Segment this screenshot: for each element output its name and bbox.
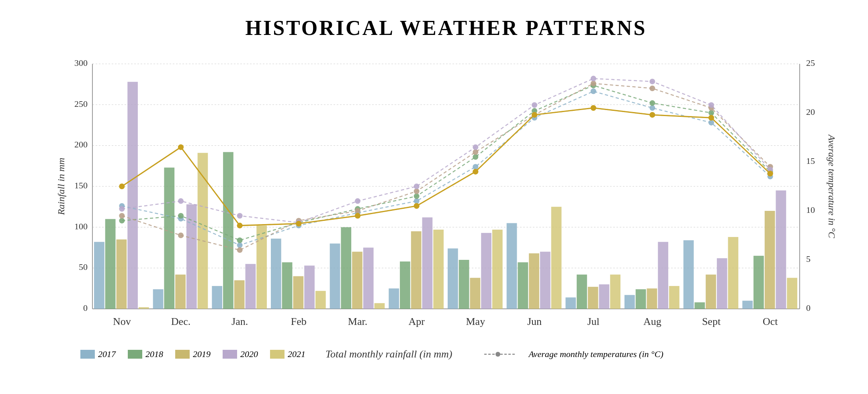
svg-rect-40 <box>246 264 256 309</box>
svg-point-167 <box>708 115 714 120</box>
chart-title: HISTORICAL WEATHER PATTERNS <box>48 16 844 40</box>
legend-separator: Total monthly rainfall (in mm) <box>326 348 452 360</box>
svg-text:200: 200 <box>74 139 88 149</box>
svg-rect-77 <box>610 275 620 309</box>
svg-rect-49 <box>330 243 340 309</box>
svg-rect-50 <box>341 227 351 309</box>
svg-point-110 <box>178 213 184 218</box>
svg-rect-27 <box>116 239 127 309</box>
svg-rect-94 <box>776 190 786 309</box>
svg-text:25: 25 <box>806 58 815 68</box>
svg-point-157 <box>119 184 125 189</box>
svg-text:0: 0 <box>83 303 88 313</box>
svg-rect-38 <box>223 152 233 309</box>
svg-text:Sept: Sept <box>702 316 721 327</box>
svg-point-115 <box>473 154 478 160</box>
svg-point-114 <box>414 193 420 199</box>
svg-text:5: 5 <box>806 254 811 264</box>
svg-rect-87 <box>706 275 716 309</box>
svg-point-137 <box>355 198 360 204</box>
svg-point-105 <box>591 88 596 94</box>
svg-rect-95 <box>787 278 797 309</box>
svg-point-106 <box>649 105 655 111</box>
svg-rect-52 <box>363 248 374 309</box>
svg-text:100: 100 <box>74 221 88 231</box>
svg-rect-80 <box>636 289 646 309</box>
svg-rect-45 <box>293 276 303 309</box>
svg-rect-58 <box>422 217 433 309</box>
svg-point-143 <box>708 102 714 108</box>
svg-rect-46 <box>304 265 315 309</box>
svg-point-103 <box>473 164 478 169</box>
svg-point-119 <box>708 110 714 116</box>
svg-rect-91 <box>742 301 753 309</box>
chart-area: 0501001502002503000510152025Rainfall in … <box>48 52 844 341</box>
chart-container: HISTORICAL WEATHER PATTERNS 050100150200… <box>0 0 868 394</box>
svg-point-141 <box>591 76 596 82</box>
svg-rect-59 <box>433 230 444 309</box>
svg-text:Jan.: Jan. <box>231 316 248 327</box>
svg-point-170 <box>495 352 500 357</box>
svg-rect-47 <box>315 291 326 309</box>
svg-text:10: 10 <box>806 205 815 215</box>
svg-text:Jul: Jul <box>587 316 599 327</box>
legend-box-2020 <box>223 350 237 359</box>
svg-rect-82 <box>658 242 668 309</box>
svg-rect-89 <box>728 237 739 309</box>
svg-point-164 <box>532 112 537 118</box>
svg-text:Dec.: Dec. <box>171 316 190 327</box>
svg-rect-76 <box>599 284 610 309</box>
svg-rect-73 <box>565 298 576 309</box>
legend-box-2021 <box>270 350 285 359</box>
legend-year-2018: 2018 <box>128 349 163 359</box>
svg-rect-29 <box>139 307 149 309</box>
svg-rect-63 <box>470 278 480 309</box>
svg-text:May: May <box>466 316 485 327</box>
svg-rect-85 <box>684 240 694 309</box>
svg-point-142 <box>649 79 655 84</box>
legend-year-label-2019: 2019 <box>193 349 211 359</box>
svg-rect-74 <box>577 275 587 309</box>
svg-rect-79 <box>624 295 635 309</box>
svg-text:150: 150 <box>74 180 88 190</box>
svg-rect-75 <box>588 287 598 309</box>
svg-point-121 <box>119 213 125 218</box>
svg-point-158 <box>178 144 184 150</box>
legend-box-2017 <box>80 350 95 359</box>
svg-point-118 <box>649 100 655 106</box>
svg-point-166 <box>649 112 655 118</box>
svg-point-127 <box>473 149 478 155</box>
legend-temp-label: Average monthly temperatures (in °C) <box>528 349 663 359</box>
legend-year-label-2020: 2020 <box>240 349 258 359</box>
svg-point-163 <box>473 169 478 174</box>
svg-rect-57 <box>411 231 422 309</box>
svg-point-161 <box>355 213 360 218</box>
legend-box-2019 <box>175 350 190 359</box>
legend-year-2019: 2019 <box>175 349 211 359</box>
svg-point-134 <box>178 198 184 204</box>
legend-year-label-2021: 2021 <box>288 349 305 359</box>
svg-rect-25 <box>94 242 104 309</box>
svg-point-168 <box>768 171 773 176</box>
svg-text:250: 250 <box>74 99 88 109</box>
svg-text:Feb: Feb <box>291 316 307 327</box>
svg-rect-86 <box>694 302 705 309</box>
svg-text:Average temperature in °C: Average temperature in °C <box>827 134 837 238</box>
legend-year-2021: 2021 <box>270 349 305 359</box>
svg-text:300: 300 <box>74 58 88 68</box>
svg-rect-62 <box>459 260 469 309</box>
legend-box-2018 <box>128 350 142 359</box>
svg-rect-81 <box>647 288 657 309</box>
svg-rect-37 <box>212 286 222 309</box>
svg-point-111 <box>237 237 243 243</box>
svg-point-129 <box>591 81 596 86</box>
svg-text:50: 50 <box>79 262 88 272</box>
svg-rect-70 <box>540 252 551 309</box>
svg-rect-56 <box>400 261 410 309</box>
svg-point-109 <box>119 218 125 223</box>
svg-rect-39 <box>234 280 245 309</box>
svg-rect-32 <box>164 167 174 309</box>
svg-point-123 <box>237 247 243 253</box>
svg-text:Mar.: Mar. <box>348 316 367 327</box>
legend-year-label-2017: 2017 <box>98 349 116 359</box>
